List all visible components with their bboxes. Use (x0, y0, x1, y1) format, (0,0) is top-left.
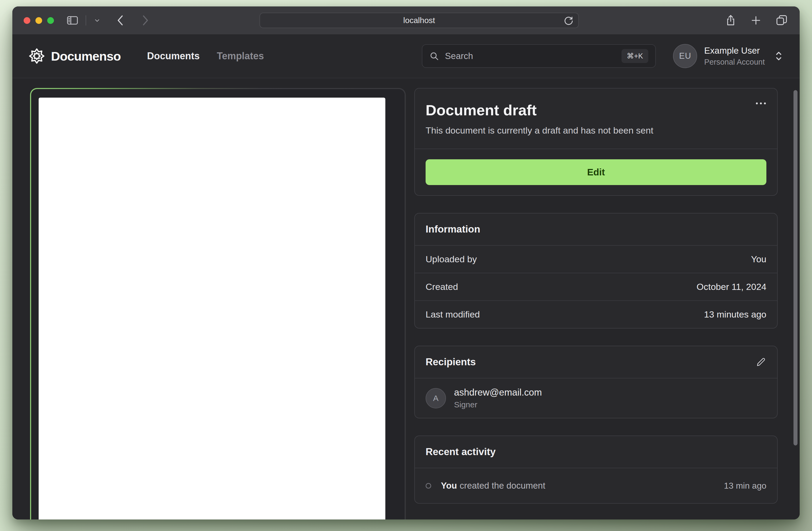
recipients-card-title: Recipients (425, 356, 476, 368)
user-name: Example User (704, 46, 765, 56)
info-row-last-modified: Last modified 13 minutes ago (415, 301, 777, 328)
document-status-card: Document draft This document is currentl… (414, 88, 778, 196)
document-sidebar: Document draft This document is currentl… (414, 88, 778, 519)
chevron-down-icon[interactable] (93, 17, 101, 24)
document-options-menu-icon[interactable] (756, 102, 766, 104)
pencil-icon (756, 357, 766, 367)
account-menu-button[interactable]: EU Example User Personal Account (673, 44, 783, 68)
recent-activity-title: Recent activity (425, 446, 496, 458)
info-row-created: Created October 11, 2024 (415, 273, 777, 300)
search-icon (429, 51, 439, 61)
main-content: Document draft This document is currentl… (12, 78, 800, 519)
traffic-lights (24, 17, 54, 24)
app-header: Documenso Documents Templates Search ⌘+K… (12, 34, 800, 78)
scrollbar-thumb[interactable] (794, 90, 798, 445)
titlebar-separator (86, 15, 86, 26)
user-avatar: EU (673, 44, 697, 68)
activity-bullet-icon (425, 483, 431, 489)
recipient-row: A ashdrew@email.com Signer (415, 379, 777, 418)
user-account-type: Personal Account (704, 58, 765, 67)
search-shortcut-badge: ⌘+K (622, 49, 649, 63)
close-window-button[interactable] (24, 17, 30, 24)
edit-document-button[interactable]: Edit (425, 159, 766, 185)
information-card-title: Information (425, 224, 480, 235)
document-preview-inner (31, 89, 405, 519)
information-card: Information Uploaded by You Created Octo… (414, 213, 778, 328)
recipient-avatar: A (425, 388, 446, 409)
new-tab-icon[interactable] (750, 15, 762, 26)
browser-titlebar: localhost (12, 6, 800, 34)
browser-window: localhost (12, 6, 800, 519)
reload-icon[interactable] (563, 16, 574, 26)
share-icon[interactable] (725, 14, 736, 27)
minimize-window-button[interactable] (35, 17, 42, 24)
forward-button-icon[interactable] (141, 14, 150, 26)
activity-row: You created the document 13 min ago (415, 468, 777, 503)
brand-name: Documenso (51, 49, 121, 63)
recipient-email: ashdrew@email.com (454, 387, 542, 398)
recipient-role: Signer (454, 400, 542, 409)
document-preview-column (30, 88, 406, 519)
activity-actor: You (441, 481, 457, 491)
activity-time: 13 min ago (724, 481, 766, 491)
brand-logo-link[interactable]: Documenso (29, 48, 121, 64)
edit-recipients-button[interactable] (756, 357, 766, 367)
activity-action: created the document (460, 481, 545, 491)
document-status-subtitle: This document is currently a draft and h… (425, 125, 766, 136)
tab-overview-icon[interactable] (775, 14, 788, 27)
document-page (39, 98, 385, 519)
document-status-title: Document draft (425, 101, 766, 119)
sidebar-toggle-icon[interactable] (67, 16, 78, 25)
nav-item-documents[interactable]: Documents (147, 50, 200, 62)
search-placeholder: Search (445, 51, 473, 61)
recent-activity-card: Recent activity You created the document… (414, 436, 778, 504)
zoom-window-button[interactable] (47, 17, 54, 24)
document-preview-frame (30, 88, 406, 519)
address-bar[interactable]: localhost (260, 13, 579, 28)
nav-item-templates[interactable]: Templates (217, 50, 264, 62)
documenso-logo-icon (29, 48, 45, 64)
back-button-icon[interactable] (116, 14, 125, 26)
recipients-card: Recipients A ashdrew@email.com Signer (414, 346, 778, 418)
address-bar-url: localhost (403, 16, 435, 25)
main-nav: Documents Templates (147, 50, 264, 62)
info-row-uploaded-by: Uploaded by You (415, 246, 777, 273)
chevron-up-down-icon (774, 51, 783, 61)
search-input[interactable]: Search ⌘+K (422, 44, 656, 68)
